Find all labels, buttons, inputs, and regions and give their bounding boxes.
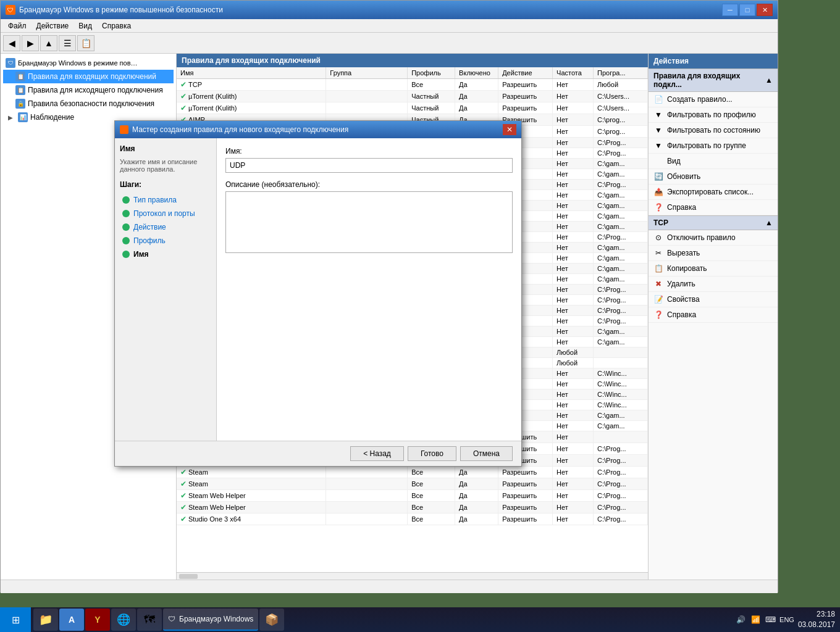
tcp-section-collapse-icon[interactable]: ▲ — [765, 218, 773, 227]
table-row[interactable]: ✔µTorrent (Kulith)ЧастныйДаРазрешитьНетC… — [177, 102, 648, 114]
cell-freq: Нет — [553, 138, 594, 148]
window-controls: ─ □ ✕ — [722, 4, 773, 16]
lang-indicator[interactable]: ENG — [779, 616, 794, 623]
action-delete[interactable]: ✖ Удалить — [649, 276, 778, 292]
table-row[interactable]: ✔TCPВсеДаРазрешитьНетЛюбой — [177, 79, 648, 91]
menu-action[interactable]: Действие — [32, 20, 74, 31]
back-button[interactable]: ◀ — [3, 35, 20, 51]
maximize-button[interactable]: □ — [739, 4, 755, 16]
cell-group — [326, 467, 408, 478]
desc-textarea[interactable] — [225, 191, 513, 253]
action-filter-state[interactable]: ▼ Фильтровать по состоянию — [649, 123, 778, 138]
delete-icon: ✖ — [653, 279, 663, 289]
table-row[interactable]: ✔Studio One 3 x64ВсеДаРазрешитьНетC:\Pro… — [177, 514, 648, 525]
step-dot-2 — [122, 210, 130, 217]
step-protocol-label[interactable]: Протокол и порты — [133, 209, 195, 218]
action-copy[interactable]: 📋 Копировать — [649, 261, 778, 276]
section-collapse-icon[interactable]: ▲ — [765, 76, 773, 85]
menu-file[interactable]: Файл — [3, 20, 32, 31]
step-action-label[interactable]: Действие — [133, 223, 166, 231]
menu-help[interactable]: Справка — [97, 20, 136, 31]
step-rule-type-label[interactable]: Тип правила — [133, 196, 177, 204]
action-create-rule[interactable]: 📄 Создать правило... — [649, 92, 778, 107]
action-view[interactable]: Вид — [649, 154, 778, 169]
action-disable-rule[interactable]: ⊙ Отключить правило — [649, 230, 778, 246]
minimize-button[interactable]: ─ — [722, 4, 738, 16]
show-hide-button[interactable]: ☰ — [59, 35, 76, 51]
action-refresh-label: Обновить — [667, 172, 700, 181]
cell-profile: Частный — [408, 102, 455, 114]
col-header-prog[interactable]: Програ... — [594, 67, 648, 79]
tree-item-connection-security[interactable]: 🔒 Правила безопасности подключения — [3, 97, 174, 110]
system-clock[interactable]: 23:18 03.08.2017 — [798, 609, 835, 630]
forward-button[interactable]: ▶ — [22, 35, 39, 51]
taskbar-map[interactable]: 🗺 — [137, 609, 162, 631]
horizontal-scrollbar[interactable] — [177, 572, 648, 580]
col-header-profile[interactable]: Профиль — [408, 67, 455, 79]
tree-expand-icon[interactable]: ▶ — [8, 114, 15, 121]
taskbar-app1[interactable]: A — [59, 609, 84, 631]
table-row[interactable]: ✔SteamВсеДаРазрешитьНетC:\Prog... — [177, 478, 648, 490]
cell-prog: C:\Users... — [594, 91, 648, 102]
clock-date: 03.08.2017 — [798, 620, 835, 630]
tray-keyboard-icon[interactable]: ⌨ — [765, 614, 776, 625]
tree-root[interactable]: 🛡 Брандмауэр Windows в режиме повышенной… — [3, 56, 174, 70]
table-row[interactable]: ✔µTorrent (Kulith)ЧастныйДаРазрешитьНетC… — [177, 91, 648, 102]
taskbar-browser[interactable]: 🌐 — [111, 609, 136, 631]
cell-prog: C:\gam... — [594, 337, 648, 347]
name-input[interactable] — [225, 158, 513, 173]
action-properties[interactable]: 📝 Свойства — [649, 292, 778, 307]
taskbar-package[interactable]: 📦 — [259, 609, 284, 631]
table-row[interactable]: ✔Steam Web HelperВсеДаРазрешитьНетC:\Pro… — [177, 490, 648, 502]
taskbar-firewall[interactable]: 🛡 Брандмауэр Windows — [163, 609, 258, 631]
cell-profile: Все — [408, 490, 455, 502]
tray-volume-icon[interactable]: 📶 — [750, 614, 761, 625]
taskbar-explorer[interactable]: 📁 — [33, 609, 58, 631]
cancel-button[interactable]: Отмена — [460, 446, 513, 461]
table-row[interactable]: ✔Steam Web HelperВсеДаРазрешитьНетC:\Pro… — [177, 502, 648, 514]
taskbar-app2[interactable]: Y — [85, 609, 110, 631]
finish-button[interactable]: Готово — [408, 446, 456, 461]
step-name[interactable]: Имя — [120, 248, 211, 260]
col-header-name[interactable]: Имя — [177, 67, 326, 79]
up-button[interactable]: ▲ — [40, 35, 57, 51]
back-button[interactable]: < Назад — [350, 446, 404, 461]
taskbar-firewall-icon: 🛡 — [168, 615, 175, 623]
action-help-main[interactable]: ❓ Справка — [649, 200, 778, 215]
tray-network-icon[interactable]: 🔊 — [735, 614, 746, 625]
step-action[interactable]: Действие — [120, 221, 211, 233]
tree-item-incoming[interactable]: 📋 Правила для входящих подключений — [3, 70, 174, 83]
action-filter-profile[interactable]: ▼ Фильтровать по профилю — [649, 107, 778, 123]
step-protocol-ports[interactable]: Протокол и порты — [120, 207, 211, 220]
action-filter-group[interactable]: ▼ Фильтровать по группе — [649, 138, 778, 154]
cell-freq: Нет — [553, 389, 594, 400]
step-profile[interactable]: Профиль — [120, 235, 211, 247]
action-cut[interactable]: ✂ Вырезать — [649, 246, 778, 261]
cell-name: ✔Steam Web Helper — [177, 490, 326, 502]
menu-view[interactable]: Вид — [74, 20, 97, 31]
modal-close-button[interactable]: ✕ — [503, 124, 516, 135]
action-delete-label: Удалить — [667, 280, 695, 288]
properties-button[interactable]: 📋 — [77, 35, 94, 51]
col-header-enabled[interactable]: Включено — [455, 67, 498, 79]
close-button[interactable]: ✕ — [757, 4, 773, 16]
table-row[interactable]: ✔SteamВсеДаРазрешитьНетC:\Prog... — [177, 467, 648, 478]
col-header-action[interactable]: Действие — [498, 67, 553, 79]
step-rule-type[interactable]: Тип правила — [120, 194, 211, 206]
app-icon: 🛡 — [6, 5, 15, 15]
action-refresh[interactable]: 🔄 Обновить — [649, 169, 778, 185]
action-export[interactable]: 📤 Экспортировать список... — [649, 185, 778, 200]
cell-prog: C:\Prog... — [594, 306, 648, 316]
cell-prog — [594, 358, 648, 368]
col-header-group[interactable]: Группа — [326, 67, 408, 79]
step-profile-label[interactable]: Профиль — [133, 236, 166, 245]
col-header-freq[interactable]: Частота — [553, 67, 594, 79]
actions-section-tcp: TCP ▲ — [649, 215, 778, 230]
cut-icon: ✂ — [653, 248, 663, 258]
start-button[interactable]: ⊞ — [0, 607, 31, 632]
action-filter-state-label: Фильтровать по состоянию — [667, 126, 760, 135]
cell-prog: C:\Prog... — [594, 455, 648, 467]
tree-item-outgoing[interactable]: 📋 Правила для исходящего подключения — [3, 83, 174, 97]
action-help-tcp[interactable]: ❓ Справка — [649, 307, 778, 323]
desc-form-group: Описание (необязательно): — [225, 180, 513, 255]
